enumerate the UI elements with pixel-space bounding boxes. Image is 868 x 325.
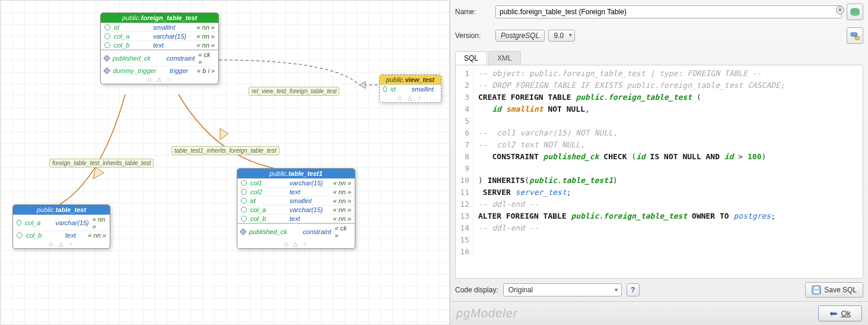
constraint-icon (103, 67, 110, 74)
relationship-label[interactable]: table_test1_inherits_foreign_table_test (171, 146, 279, 155)
tab-xml[interactable]: XML (488, 51, 521, 65)
sql-export-icon[interactable]: SQL (847, 27, 863, 44)
column-tag: « nn » (88, 232, 106, 239)
version-label: Version: (455, 31, 491, 40)
ok-label: Ok (841, 309, 851, 318)
ok-button[interactable]: ⬅ Ok (818, 305, 862, 321)
svg-marker-1 (220, 128, 228, 140)
column-type: text (65, 232, 84, 239)
constraint-icon (240, 228, 246, 235)
column-icon (241, 180, 247, 186)
column-type: varchar(15) (56, 219, 89, 226)
entity-table_test[interactable]: public.table_testcol_avarchar(15)« nn »c… (12, 204, 110, 249)
column-name: col1 (250, 179, 286, 187)
column-icon (104, 42, 110, 48)
svg-marker-2 (93, 167, 104, 179)
svg-rect-10 (814, 291, 819, 294)
column-row[interactable]: idsmallint (380, 85, 441, 93)
column-icon (104, 33, 110, 39)
name-input[interactable] (495, 5, 842, 18)
code-line: 7-- col2 text NOT NULL, (456, 139, 863, 151)
code-line: 1-- object: public.foreign_table_test | … (456, 68, 863, 80)
constraint-row[interactable]: published_ckconstraint« ck » (237, 224, 355, 239)
clear-icon[interactable]: ✕ (836, 6, 844, 14)
code-line: 2-- DROP FOREIGN TABLE IF EXISTS public.… (456, 80, 863, 91)
column-row[interactable]: col_avarchar(15)« nn » (237, 206, 355, 214)
constraint-row[interactable]: published_ckconstraint« ck » (101, 51, 218, 67)
code-line: 4 id smallint NOT NULL, (456, 103, 863, 115)
column-name: col_a (114, 33, 150, 40)
engine-display: PostgreSQL (495, 30, 545, 42)
column-tag: « nn » (333, 188, 351, 195)
help-icon[interactable]: ? (627, 283, 640, 296)
brand-logo: pgModeler (456, 307, 518, 320)
svg-marker-0 (360, 81, 365, 89)
diagram-canvas[interactable]: public.foreign_table_testidsmallint« nn … (0, 0, 450, 325)
code-display-select[interactable]: Original (503, 283, 622, 296)
column-icon (241, 216, 247, 222)
column-name: id (250, 197, 286, 204)
column-row[interactable]: col_avarchar(15)« nn » (101, 32, 218, 41)
constraint-tag: « ck » (335, 225, 351, 239)
column-tag: « nn » (196, 24, 215, 31)
code-line: 3CREATE FOREIGN TABLE public.foreign_tab… (456, 91, 863, 103)
column-icon (17, 232, 23, 238)
entity-table_test1[interactable]: public.table_test1col1varchar(15)« nn »c… (237, 168, 355, 249)
constraint-row[interactable]: dummy_triggertrigger« b i » (101, 67, 218, 75)
column-type: text (290, 188, 329, 195)
column-row[interactable]: idsmallint« nn » (237, 197, 355, 206)
save-icon (812, 285, 821, 295)
column-name: col_a (250, 206, 286, 213)
constraint-type: constraint (303, 228, 332, 235)
version-select[interactable]: 9.0 (548, 30, 575, 42)
reload-sql-icon[interactable] (847, 4, 863, 20)
column-row[interactable]: col_btext« nn » (101, 41, 218, 49)
svg-point-8 (855, 36, 860, 40)
sql-editor[interactable]: 1-- object: public.foreign_table_test | … (455, 65, 863, 279)
column-row[interactable]: idsmallint« nn » (101, 23, 218, 32)
column-name: col2 (250, 188, 286, 195)
entity-footer-icons: ◇ △ ○ (380, 93, 441, 102)
entity-footer-icons: ◇ △ ○ (101, 75, 218, 84)
column-type: text (290, 215, 329, 222)
tab-sql[interactable]: SQL (455, 51, 487, 65)
constraint-tag: « ck » (198, 51, 215, 65)
entity-footer-icons: ◇ △ ○ (237, 239, 355, 248)
code-line: 5 (456, 115, 863, 127)
entity-foreign_table_test[interactable]: public.foreign_table_testidsmallint« nn … (100, 12, 219, 84)
column-name: col_b (26, 232, 62, 239)
constraint-type: constraint (167, 55, 195, 62)
source-panel: Name: ✕ Version: PostgreSQL 9.0 SQL SQL … (450, 0, 868, 325)
constraint-tag: « b i » (197, 67, 215, 74)
code-display-label: Code display: (455, 286, 498, 294)
code-line: 9 (456, 163, 863, 175)
svg-text:SQL: SQL (852, 33, 858, 36)
entity-view_test[interactable]: public.view_testidsmallint◇ △ ○ (379, 74, 441, 103)
relationship-label[interactable]: foreign_table_test_inherits_table_test (49, 159, 154, 168)
constraint-icon (103, 55, 110, 61)
code-line: 15 (456, 234, 863, 246)
column-row[interactable]: col1varchar(15)« nn » (237, 179, 355, 188)
code-line: 12-- ddl-end -- (456, 198, 863, 210)
column-type: smallint (153, 24, 193, 31)
relationship-label[interactable]: rel_view_test_foreign_table_test (249, 87, 339, 96)
column-row[interactable]: col2text« nn » (237, 188, 355, 197)
name-label: Name: (455, 8, 491, 16)
constraint-type: trigger (170, 67, 193, 74)
column-icon (383, 86, 387, 92)
column-row[interactable]: col_btext« nn » (237, 214, 355, 223)
column-name: col_b (250, 215, 286, 222)
svg-point-5 (851, 12, 859, 15)
save-sql-label: Save SQL (824, 286, 857, 294)
column-type: smallint (290, 197, 329, 204)
svg-rect-11 (815, 286, 818, 289)
column-tag: « nn » (333, 215, 351, 222)
column-row[interactable]: col_btext« nn » (13, 231, 110, 239)
code-line: 6-- col1 varchar(15) NOT NULL, (456, 127, 863, 139)
code-line: 13ALTER FOREIGN TABLE public.foreign_tab… (456, 210, 863, 222)
column-tag: « nn » (333, 179, 351, 187)
column-row[interactable]: col_avarchar(15)« nn » (13, 215, 110, 231)
save-sql-button[interactable]: Save SQL (805, 282, 863, 298)
column-tag: « nn » (196, 33, 215, 40)
constraint-name: published_ck (249, 228, 300, 235)
